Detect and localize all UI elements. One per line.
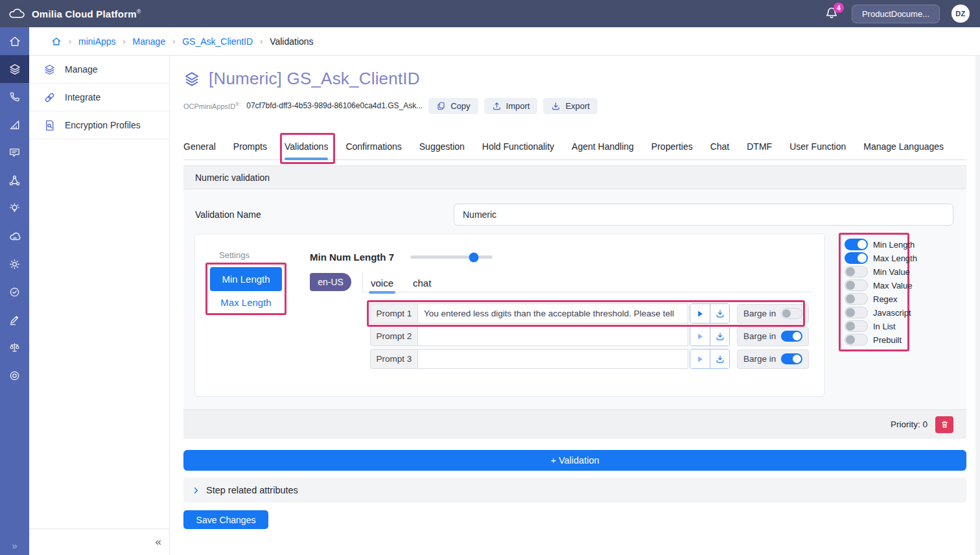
- barge-in-label: Barge in: [743, 331, 776, 341]
- user-avatar[interactable]: DZ: [951, 5, 970, 23]
- breadcrumb: › miniApps › Manage › GS_Ask_ClientID › …: [29, 27, 980, 56]
- rail-analytics-icon[interactable]: [0, 111, 29, 139]
- brand: Omilia Cloud Platform®: [8, 8, 141, 19]
- breadcrumb-miniapps[interactable]: miniApps: [78, 36, 116, 47]
- step-related-attributes-expander[interactable]: Step related attributes: [183, 478, 966, 502]
- prebuilt-toggle[interactable]: [845, 334, 868, 346]
- breadcrumb-manage[interactable]: Manage: [133, 36, 166, 47]
- validation-panel: Validation Name Settings Min Length Max …: [183, 189, 966, 409]
- document-search-icon: [43, 119, 56, 132]
- miniapp-layers-icon: [183, 71, 200, 88]
- language-tab-en-us[interactable]: en-US: [310, 273, 351, 291]
- tab-manage-languages[interactable]: Manage Languages: [863, 134, 944, 160]
- rail-automation-icon[interactable]: [0, 250, 29, 278]
- delete-validation-button[interactable]: [935, 416, 953, 433]
- tab-voice[interactable]: voice: [371, 273, 393, 292]
- prompt-2-barge-toggle[interactable]: [781, 331, 802, 342]
- prompt-1-barge-chip: Barge in: [737, 304, 809, 324]
- prompt-1-download-button[interactable]: [710, 304, 729, 323]
- min-num-length-value: 7: [389, 252, 394, 263]
- prompt-1-barge-toggle[interactable]: [781, 308, 802, 319]
- prompt-2-barge-chip: Barge in: [737, 327, 809, 346]
- tab-general[interactable]: General: [183, 134, 216, 160]
- javascript-toggle[interactable]: [845, 307, 868, 318]
- tab-validations[interactable]: Validations: [285, 134, 328, 160]
- download-tray-icon: [715, 309, 725, 319]
- max-value-toggle[interactable]: [845, 279, 868, 291]
- rail-contact-center-icon[interactable]: [0, 83, 29, 111]
- min-value-toggle[interactable]: [845, 266, 868, 278]
- validation-name-input[interactable]: [454, 204, 953, 226]
- save-changes-button[interactable]: Save Changes: [183, 510, 268, 529]
- prompt-2-input[interactable]: [418, 326, 688, 346]
- in-list-toggle[interactable]: [845, 320, 868, 332]
- prompt-3-download-button[interactable]: [710, 349, 729, 368]
- min-length-toggle[interactable]: [845, 239, 868, 250]
- prompt-3-play-button[interactable]: [690, 349, 710, 368]
- copy-button[interactable]: Copy: [428, 98, 478, 114]
- max-length-toggle[interactable]: [845, 252, 868, 264]
- validation-card: Settings Min Length Max Length Min Num L…: [194, 233, 825, 397]
- tab-bar: General Prompts Validations Confirmation…: [183, 134, 966, 160]
- rail-quality-icon[interactable]: [0, 278, 29, 306]
- download-icon: [551, 101, 561, 111]
- add-validation-button[interactable]: + Validation: [183, 450, 966, 471]
- sidebar-item-integrate[interactable]: Integrate: [29, 84, 169, 112]
- rail-signature-icon[interactable]: [0, 306, 29, 334]
- tab-suggestion[interactable]: Suggestion: [419, 134, 465, 160]
- sidebar-item-encryption-profiles[interactable]: Encryption Profiles: [29, 112, 169, 139]
- import-button[interactable]: Import: [484, 98, 538, 114]
- prompt-1-play-button[interactable]: [690, 304, 710, 323]
- prompt-2-play-button[interactable]: [690, 327, 710, 346]
- product-documentation-button[interactable]: ProductDocume...: [852, 5, 940, 23]
- tab-chat-channel[interactable]: chat: [413, 273, 431, 292]
- scrollbar[interactable]: [975, 56, 980, 555]
- min-length-setting-button[interactable]: Min Length: [210, 267, 282, 291]
- sidebar-collapse[interactable]: «: [29, 528, 169, 555]
- brand-name: Omilia Cloud Platform®: [32, 8, 141, 19]
- tab-dtmf[interactable]: DTMF: [747, 134, 772, 160]
- breadcrumb-separator: ›: [123, 37, 126, 46]
- rail-legal-icon[interactable]: [0, 334, 29, 362]
- annotation-box-settings: Min Length Max Length: [205, 263, 286, 315]
- rail-orchestrator-icon[interactable]: [0, 167, 29, 195]
- max-length-setting-link[interactable]: Max Length: [210, 297, 282, 308]
- tab-user-function[interactable]: User Function: [789, 134, 846, 160]
- play-icon: [695, 331, 705, 342]
- tab-confirmations[interactable]: Confirmations: [345, 134, 401, 160]
- notifications-bell[interactable]: 4: [824, 5, 840, 22]
- breadcrumb-separator: ›: [69, 37, 71, 46]
- regex-toggle[interactable]: [845, 293, 868, 305]
- min-num-length-slider[interactable]: [410, 255, 493, 259]
- breadcrumb-gs-ask-clientid[interactable]: GS_Ask_ClientID: [182, 36, 253, 47]
- breadcrumb-home-icon[interactable]: [51, 36, 62, 47]
- prompt-2-download-button[interactable]: [710, 327, 729, 346]
- prompt-3-barge-toggle[interactable]: [781, 353, 802, 364]
- download-tray-icon: [715, 354, 725, 364]
- channel-tab-bar: voice chat: [362, 273, 813, 292]
- tab-chat[interactable]: Chat: [710, 134, 730, 160]
- rail-home-icon[interactable]: [0, 27, 29, 55]
- rail-cloud-icon[interactable]: [0, 222, 29, 250]
- slider-knob[interactable]: [469, 252, 478, 262]
- priority-bar: Priority: 0: [183, 409, 966, 439]
- rail-conversations-icon[interactable]: [0, 139, 29, 167]
- main-content: [Numeric] GS_Ask_ClientID OCPminiAppsID®…: [170, 56, 980, 555]
- tab-hold-functionality[interactable]: Hold Functionality: [482, 134, 554, 160]
- prompt-1-input[interactable]: [418, 303, 688, 324]
- rule-min-length: Min Length: [845, 239, 904, 250]
- tab-properties[interactable]: Properties: [651, 134, 693, 160]
- rail-expand-icon[interactable]: »: [0, 540, 29, 551]
- rule-javascript: Javascript: [845, 307, 904, 318]
- prompt-3-input[interactable]: [418, 349, 688, 369]
- upload-icon: [492, 101, 502, 111]
- prompt-list: Prompt 1 Barge in Prompt 2: [370, 303, 799, 372]
- prompt-2-label: Prompt 2: [370, 326, 418, 346]
- tab-agent-handling[interactable]: Agent Handling: [572, 134, 634, 160]
- rail-support-icon[interactable]: [0, 362, 29, 390]
- sidebar-item-manage[interactable]: Manage: [29, 56, 169, 84]
- export-button[interactable]: Export: [543, 98, 598, 114]
- tab-prompts[interactable]: Prompts: [233, 134, 267, 160]
- rail-miniapps-icon[interactable]: [0, 55, 29, 83]
- rail-insights-icon[interactable]: [0, 195, 29, 222]
